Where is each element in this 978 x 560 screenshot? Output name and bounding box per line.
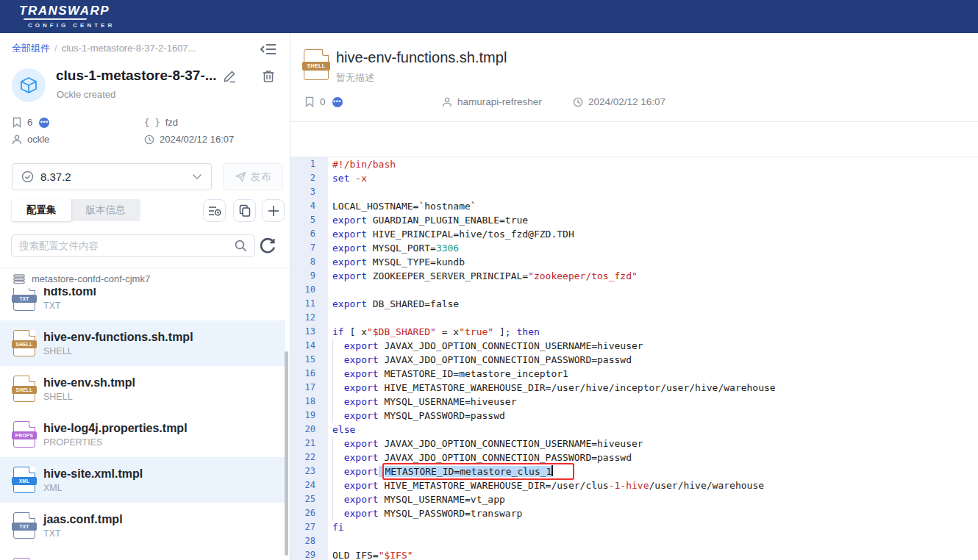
braces-icon: { } [144,118,160,128]
line-number: 9 [290,269,328,283]
line-number: 13 [290,325,328,339]
line-number: 22 [290,450,328,464]
file-item[interactable]: TXThdfs.tomlTXT [0,288,285,320]
delete-trash-icon[interactable] [262,69,275,83]
file-item[interactable]: PROPShive-log4j.properties.tmplPROPERTIE… [0,412,285,457]
tab-config-set[interactable]: 配置集 [12,199,71,221]
code-line: 11export DB_SHARED=false [290,297,978,311]
config-group-row[interactable]: metastore-confd-conf-cjmk7 [0,270,290,288]
code-line: 7export MYSQL_PORT=3306 [290,241,978,255]
line-number: 21 [290,437,328,450]
user-icon [442,97,452,107]
brand-subtitle: CONFIG CENTER [28,22,115,29]
line-number: 1 [290,157,328,171]
more-tags-badge[interactable]: ••• [39,118,49,128]
paper-plane-icon [235,171,246,182]
version-value: 8.37.2 [40,170,71,183]
line-number: 27 [290,520,328,534]
cube-icon [19,76,38,95]
line-number: 10 [290,283,328,297]
brand-name: TRANSWARP [19,4,115,17]
cluster-title: clus-1-metastore-8-37-... [56,68,217,84]
main-panel: SHELL hive-env-functions.sh.tmpl 暂无描述 0 … [290,33,978,560]
tab-version-info[interactable]: 版本信息 [71,199,140,221]
file-type-icon: XML [13,467,35,493]
top-bar: TRANSWARP CONFIG CENTER [0,0,978,33]
more-tags-badge[interactable]: ••• [332,97,343,107]
search-input[interactable] [19,240,235,251]
edit-pencil-icon[interactable] [223,69,237,83]
file-name: hive-env.sh.tmpl [43,376,135,390]
code-line: 20else [290,423,978,437]
publish-button[interactable]: 发布 [223,163,283,190]
cluster-env: fzd [165,117,178,128]
file-item[interactable]: TXTjaas.conf.tmplTXT [0,503,285,548]
line-number: 23 [290,464,328,478]
code-line: 3 [290,185,978,199]
file-meta: 0 ••• hamurapi-refresher 2024/02/12 16:0… [304,96,963,111]
file-type-label: SHELL [43,392,135,402]
config-group-name: metastore-confd-conf-cjmk7 [32,273,150,284]
file-header: SHELL hive-env-functions.sh.tmpl 暂无描述 0 … [290,33,978,121]
brand-swoosh [23,18,87,20]
line-number: 5 [290,213,328,227]
breadcrumb: 全部组件/clus-1-metastore-8-37-2-1607... [12,42,196,55]
breadcrumb-current: clus-1-metastore-8-37-2-1607... [62,43,196,54]
line-number: 11 [290,297,328,311]
file-tag-count: 0 [320,96,326,107]
file-list: TXThdfs.tomlTXTSHELLhive-env-functions.s… [0,288,285,560]
code-line: 27fi [290,520,978,534]
history-list-icon[interactable] [203,199,226,222]
code-line: 12 [290,311,978,325]
search-icon[interactable] [235,240,247,252]
cluster-updated: 2024/02/12 16:07 [160,134,234,145]
line-number: 18 [290,395,328,409]
refresh-icon[interactable] [259,237,276,254]
file-item[interactable]: PROPSlog4j.properties.rawPROPERTIES [0,548,285,560]
code-line: 23 export METASTORE_ID=metastore_clus_1 [290,464,978,478]
code-line: 8export MYSQL_TYPE=kundb [290,255,978,269]
line-number: 3 [290,185,328,199]
code-line: 5export GUARDIAN_PLUGIN_ENABLE=true [290,213,978,227]
code-line: 17 export HIVE_METASTORE_WAREHOUSE_DIR=/… [290,381,978,395]
file-item[interactable]: SHELLhive-env-functions.sh.tmplSHELL [0,320,285,366]
code-line: 9export ZOOKEEPER_SERVER_PRINCIPAL="zook… [290,269,978,283]
file-item[interactable]: XMLhive-site.xml.tmplXML [0,457,285,503]
code-line: 10 [290,283,978,297]
file-type-icon: PROPS [13,421,35,448]
file-title: hive-env-functions.sh.tmpl [336,49,507,66]
file-type-icon: SHELL [304,49,329,80]
code-line: 2set -x [290,171,978,185]
file-type-icon: SHELL [13,376,35,402]
copy-icon[interactable] [233,199,256,222]
file-type-label: SHELL [43,346,193,356]
code-line: 28 [290,534,978,548]
text-cursor [552,465,553,476]
file-type-icon: SHELL [13,330,35,356]
line-number: 25 [290,492,328,506]
code-line: 4LOCAL_HOSTNAME=`hostname` [290,199,978,213]
file-name: jaas.conf.tmpl [43,513,123,526]
line-number: 20 [290,423,328,437]
cluster-owner: ockle [27,134,49,145]
file-item[interactable]: SHELLhive-env.sh.tmplSHELL [0,366,285,412]
highlight-box: METASTORE_ID=metastore_clus_1 [384,464,573,478]
line-number: 17 [290,381,328,395]
version-select[interactable]: 8.37.2 [12,163,212,190]
transwarp-logo: TRANSWARP CONFIG CENTER [19,4,115,29]
line-number: 7 [290,241,328,255]
line-number: 12 [290,311,328,325]
code-line: 6export HIVE_PRINCIPAL=hive/tos_fzd@FZD.… [290,227,978,241]
bookmark-icon [304,96,315,107]
sidebar-scrollbar[interactable] [285,351,288,556]
add-file-icon[interactable] [262,199,285,222]
breadcrumb-all-components-link[interactable]: 全部组件 [12,43,50,54]
line-number: 29 [290,548,328,560]
sidebar: 全部组件/clus-1-metastore-8-37-2-1607... clu… [0,33,290,560]
cluster-avatar [12,68,46,102]
line-number: 14 [290,339,328,353]
file-description: 暂无描述 [336,71,374,85]
file-owner: hamurapi-refresher [457,96,542,107]
collapse-sidebar-icon[interactable] [260,42,276,57]
code-editor[interactable]: 1#!/bin/bash2set -x34LOCAL_HOSTNAME=`hos… [290,157,978,560]
